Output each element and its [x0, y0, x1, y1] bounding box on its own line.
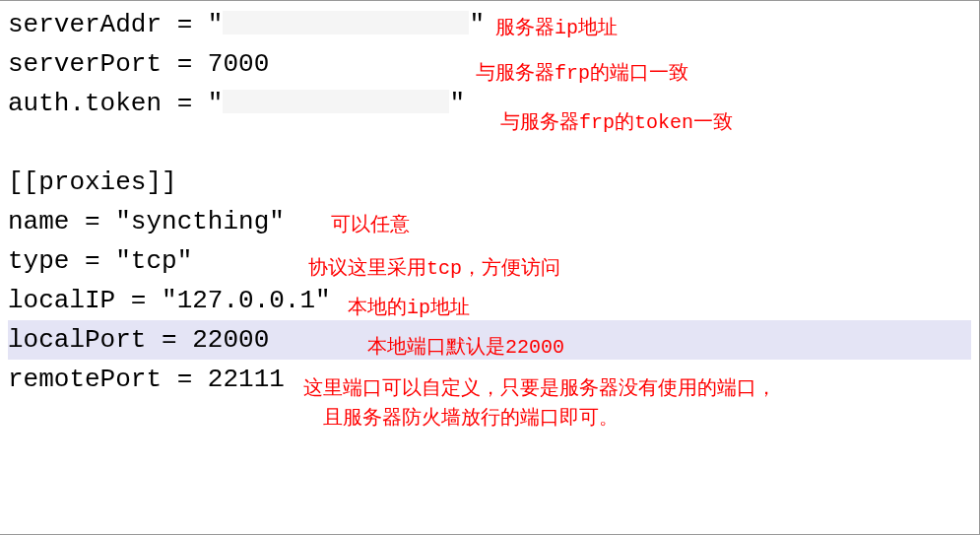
name-text: name = "syncthing" [8, 202, 285, 241]
annotation-serverAddr: 服务器ip地址 [495, 9, 618, 48]
type-text: type = "tcp" [8, 241, 192, 281]
authToken-redacted-value [223, 90, 449, 113]
code-line-name: name = "syncthing" 可以任意 [8, 202, 971, 241]
proxies-text: [[proxies]] [8, 163, 177, 202]
localPort-text: localPort = 22000 [8, 320, 269, 360]
annotation-authToken: 与服务器frp的token一致 [500, 103, 733, 143]
code-line-localIP: localIP = "127.0.0.1" 本地的ip地址 [8, 281, 971, 320]
code-line-proxies: [[proxies]] [8, 163, 971, 202]
annotation-remotePort-l2: 且服务器防火墙放行的端口即可。 [323, 399, 619, 438]
serverAddr-prefix: serverAddr = " [8, 5, 223, 44]
annotation-name: 可以任意 [331, 206, 410, 245]
blank-line [8, 123, 971, 163]
serverAddr-suffix: " [469, 5, 485, 44]
localIP-text: localIP = "127.0.0.1" [8, 281, 331, 320]
code-line-type: type = "tcp" 协议这里采用tcp，方便访问 [8, 241, 971, 281]
code-line-serverAddr: serverAddr = " " 服务器ip地址 [8, 5, 971, 44]
remotePort-text: remotePort = 22111 [8, 360, 285, 399]
authToken-prefix: auth.token = " [8, 84, 223, 123]
code-line-remotePort: remotePort = 22111 这里端口可以自定义，只要是服务器没有使用的… [8, 360, 971, 399]
config-editor: serverAddr = " " 服务器ip地址 serverPort = 70… [0, 1, 979, 403]
code-line-authToken: auth.token = " " 与服务器frp的token一致 [8, 84, 971, 123]
code-line-serverPort: serverPort = 7000 与服务器frp的端口一致 [8, 44, 971, 84]
authToken-suffix: " [449, 84, 465, 123]
code-line-localPort-highlighted: localPort = 22000 本地端口默认是22000 [8, 320, 971, 360]
serverPort-text: serverPort = 7000 [8, 44, 269, 84]
serverAddr-redacted-value [223, 11, 469, 34]
